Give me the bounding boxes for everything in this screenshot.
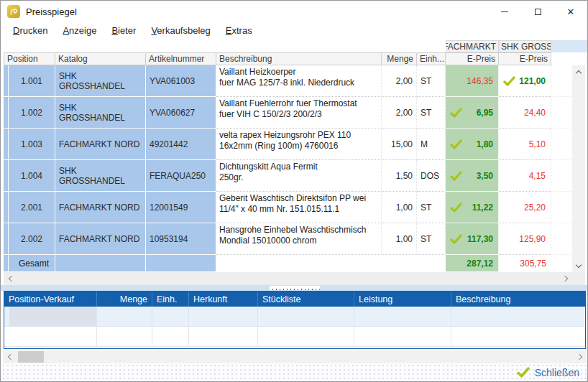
header-stueckliste[interactable]: Stückliste (258, 292, 354, 307)
header-herkunft[interactable]: Herkunft (189, 292, 258, 307)
maximize-button[interactable] (521, 1, 554, 22)
cell-epreis-shk[interactable]: 125,90 (499, 223, 551, 255)
cell-epreis-shk[interactable]: 25,20 (499, 192, 551, 223)
menu-anzeige[interactable]: Anzeige (58, 24, 101, 37)
cell-katalog[interactable]: SHK GROSSHANDEL (55, 160, 146, 192)
header-beschreibung[interactable]: Beschreibung (216, 52, 382, 65)
splitter-grip-icon[interactable] (270, 286, 320, 290)
cell-beschreibung[interactable]: Dichtungskitt Aqua Fermit250gr. (216, 160, 382, 192)
cell-beschreibung[interactable] (451, 327, 585, 347)
cell-einheit[interactable]: ST (417, 65, 446, 97)
header-beschreibung[interactable]: Beschreibung (451, 292, 585, 307)
cell-epreis-fachmarkt[interactable]: 1,80 (446, 129, 499, 160)
menu-extras[interactable]: Extras (221, 24, 257, 37)
table-row[interactable]: 1.003 FACHMARKT NORD 49201442 velta rape… (4, 129, 572, 160)
cell-position[interactable]: 1.001 (9, 65, 55, 97)
cell-menge[interactable]: 1,00 (382, 192, 417, 223)
cell-menge[interactable]: 1,00 (382, 223, 417, 255)
cell-herkunft[interactable] (189, 327, 258, 347)
cell-artikelnummer[interactable]: YVA061003 (146, 65, 216, 97)
cell-menge[interactable]: 1,50 (382, 160, 417, 192)
cell-epreis-shk[interactable]: 5,10 (499, 129, 551, 160)
header-einheit[interactable]: Einh... (417, 52, 446, 65)
vertical-scrollbar[interactable] (572, 65, 585, 272)
schliessen-button[interactable]: Schließen (517, 367, 579, 378)
cell-menge[interactable] (97, 307, 152, 327)
menu-verkaufsbeleg[interactable]: Verkaufsbeleg (146, 24, 215, 37)
cell-menge[interactable] (97, 327, 152, 347)
header-epreis-fachmarkt[interactable]: E-Preis (446, 52, 499, 65)
cell-epreis-fachmarkt[interactable]: 117,30 (446, 223, 499, 255)
scroll-right-button[interactable] (559, 272, 572, 285)
cell-katalog[interactable]: FACHMARKT NORD (55, 223, 146, 255)
scroll-left-button[interactable] (3, 350, 16, 363)
cell-beschreibung[interactable]: Hansgrohe Einhebel WaschtischmischMondia… (216, 223, 382, 255)
cell-epreis-shk[interactable]: 4,15 (499, 160, 551, 192)
cell-einheit[interactable]: DOS (417, 160, 446, 192)
cell-artikelnummer[interactable]: 10953194 (146, 223, 216, 255)
cell-position[interactable]: 1.004 (9, 160, 55, 192)
cell-stueckliste[interactable] (258, 307, 354, 327)
row-gutter[interactable] (4, 307, 9, 327)
table-row[interactable]: 1.004 SHK GROSSHANDEL FERAQUA250 Dichtun… (4, 160, 572, 192)
cell-leistung[interactable] (354, 327, 451, 347)
cell-einheit[interactable]: M (417, 129, 446, 160)
cell-katalog[interactable]: SHK GROSSHANDEL (55, 65, 146, 97)
cell-position[interactable]: 1.002 (9, 97, 55, 129)
cell-beschreibung[interactable]: Vaillant Heizkoerperfuer MAG 125/7-8 ink… (216, 65, 382, 97)
row-gutter[interactable] (4, 192, 9, 223)
cell-epreis-fachmarkt[interactable]: 146,35 (446, 65, 499, 97)
cell-einh[interactable] (152, 307, 189, 327)
cell-einheit[interactable]: ST (417, 97, 446, 129)
cell-artikelnummer[interactable]: 12001549 (146, 192, 216, 223)
header-epreis-shk[interactable]: E-Preis (499, 52, 551, 65)
cell-position[interactable]: 1.003 (9, 129, 55, 160)
cell-epreis-shk[interactable]: 121,00 (499, 65, 551, 97)
cell-artikelnummer[interactable]: FERAQUA250 (146, 160, 216, 192)
header-position-verkauf[interactable]: Position-Verkauf (4, 292, 97, 307)
scroll-down-button[interactable] (572, 259, 585, 272)
cell-einheit[interactable]: ST (417, 192, 446, 223)
upper-horizontal-scrollbar[interactable] (4, 272, 585, 285)
bidder-column-fachmarkt[interactable]: FACHMARKT (446, 40, 499, 52)
row-gutter[interactable] (4, 327, 9, 347)
menu-drucken[interactable]: Drucken (8, 24, 52, 37)
detail-row[interactable] (4, 327, 585, 347)
cell-menge[interactable]: 2,00 (382, 97, 417, 129)
cell-beschreibung[interactable]: velta rapex Heizungsrohr PEX 11016x2mm (… (216, 129, 382, 160)
cell-beschreibung[interactable]: Geberit Waschtisch Direktsifon PP wei11/… (216, 192, 382, 223)
cell-position-verkauf[interactable] (9, 307, 97, 327)
row-gutter[interactable] (4, 97, 9, 129)
minimize-button[interactable] (488, 1, 521, 22)
header-leistung[interactable]: Leistung (354, 292, 451, 307)
cell-artikelnummer[interactable]: 49201442 (146, 129, 216, 160)
cell-einh[interactable] (152, 327, 189, 347)
cell-katalog[interactable]: SHK GROSSHANDEL (55, 97, 146, 129)
cell-menge[interactable]: 15,00 (382, 129, 417, 160)
menu-bieter[interactable]: Bieter (106, 24, 141, 37)
cell-katalog[interactable]: FACHMARKT NORD (55, 129, 146, 160)
cell-einheit[interactable]: ST (417, 223, 446, 255)
cell-epreis-fachmarkt[interactable]: 3,50 (446, 160, 499, 192)
table-row[interactable]: 1.002 SHK GROSSHANDEL YVA060627 Vaillant… (4, 97, 572, 129)
cell-stueckliste[interactable] (258, 327, 354, 347)
header-menge[interactable]: Menge (97, 292, 152, 307)
detail-row-selected[interactable] (4, 307, 585, 327)
scroll-right-button[interactable] (574, 350, 587, 363)
table-row[interactable]: 2.002 FACHMARKT NORD 10953194 Hansgrohe … (4, 223, 572, 255)
header-menge[interactable]: Menge (382, 52, 417, 65)
header-katalog[interactable]: Katalog (55, 52, 146, 65)
cell-position[interactable]: 2.001 (9, 192, 55, 223)
cell-beschreibung[interactable]: Vaillant Fuehlerrohr fuer Thermostatfuer… (216, 97, 382, 129)
cell-position-verkauf[interactable] (9, 327, 97, 347)
cell-leistung[interactable] (354, 307, 451, 327)
row-gutter[interactable] (4, 223, 9, 255)
header-position[interactable]: Position (4, 52, 55, 65)
cell-epreis-fachmarkt[interactable]: 11,22 (446, 192, 499, 223)
header-artikelnummer[interactable]: Artikelnummer (146, 52, 216, 65)
cell-herkunft[interactable] (189, 307, 258, 327)
bidder-column-shk-grosshandel[interactable]: SHK GROSSH (499, 40, 551, 52)
scroll-left-button[interactable] (4, 272, 17, 285)
close-button[interactable]: ✕ (554, 1, 587, 22)
cell-epreis-shk[interactable]: 24,40 (499, 97, 551, 129)
